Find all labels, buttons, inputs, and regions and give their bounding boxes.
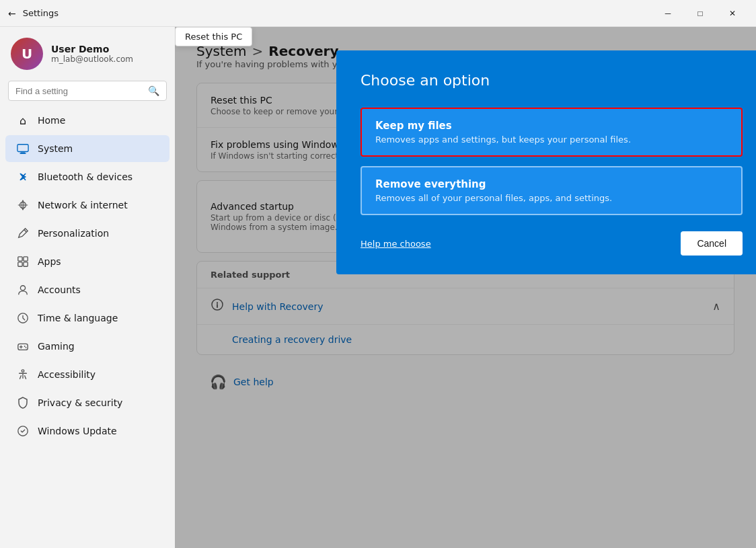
sidebar-item-network[interactable]: Network & internet [5,192,169,219]
sidebar-item-label-personalization: Personalization [38,228,109,239]
close-button[interactable]: ✕ [717,3,748,24]
home-icon: ⌂ [16,114,30,127]
apps-icon [16,255,30,268]
keep-files-title: Keep my files [375,120,728,132]
svg-rect-4 [24,257,28,261]
search-icon: 🔍 [148,85,159,96]
remove-everything-desc: Removes all of your personal files, apps… [375,193,728,203]
sidebar-item-label-privacy: Privacy & security [38,397,122,408]
sidebar-item-label-network: Network & internet [38,200,128,210]
sidebar-item-accounts[interactable]: Accounts [5,276,169,303]
time-icon [16,311,30,325]
privacy-icon [16,396,30,409]
search-input[interactable] [15,86,143,96]
user-email: m_lab@outlook.com [51,54,133,64]
svg-rect-0 [17,145,28,152]
sidebar-item-personalization[interactable]: Personalization [5,220,169,247]
dropdown-tooltip: Reset this PC [175,27,252,46]
windows-update-icon [16,424,30,438]
avatar-image: U [11,38,43,70]
accounts-icon [16,283,30,297]
app-body: U User Demo m_lab@outlook.com 🔍 ⌂ Home [0,27,756,548]
search-box[interactable]: 🔍 [8,81,167,101]
svg-point-10 [24,346,26,347]
remove-everything-button[interactable]: Remove everything Removes all of your pe… [361,166,743,215]
user-info: User Demo m_lab@outlook.com [51,44,133,64]
overlay: Reset this PC Choose an option Keep my f… [175,27,756,548]
sidebar-item-label-bluetooth: Bluetooth & devices [38,171,133,182]
sidebar-item-windows-update[interactable]: Windows Update [5,418,169,444]
dialog-footer: Help me choose Cancel [361,231,743,256]
remove-everything-title: Remove everything [375,178,728,190]
sidebar: U User Demo m_lab@outlook.com 🔍 ⌂ Home [0,27,175,548]
accessibility-icon [16,368,30,381]
svg-rect-5 [18,262,22,266]
titlebar-title: Settings [23,8,59,18]
titlebar-controls: ─ □ ✕ [652,3,748,24]
titlebar: ← Settings ─ □ ✕ [0,0,756,27]
keep-files-desc: Removes apps and settings, but keeps you… [375,134,728,145]
sidebar-item-system[interactable]: System [5,135,169,162]
dialog-title: Choose an option [361,72,743,89]
sidebar-item-label-accounts: Accounts [38,284,81,295]
network-icon [16,198,30,212]
user-profile: U User Demo m_lab@outlook.com [0,27,175,78]
svg-point-12 [22,370,24,373]
gaming-icon [16,340,30,353]
back-button[interactable]: ← [8,8,16,19]
sidebar-item-time[interactable]: Time & language [5,305,169,331]
keep-files-button[interactable]: Keep my files Removes apps and settings,… [361,108,743,157]
avatar: U [11,38,43,70]
sidebar-item-label-accessibility: Accessibility [38,369,96,380]
sidebar-item-accessibility[interactable]: Accessibility [5,361,169,388]
svg-rect-6 [24,262,28,266]
sidebar-item-gaming[interactable]: Gaming [5,333,169,360]
svg-point-11 [26,347,27,348]
personalization-icon [16,227,30,240]
user-name: User Demo [51,44,133,54]
sidebar-item-label-system: System [38,143,73,154]
minimize-button[interactable]: ─ [652,3,683,24]
sidebar-item-label-windows-update: Windows Update [38,426,117,436]
sidebar-item-apps[interactable]: Apps [5,248,169,275]
cancel-button[interactable]: Cancel [681,231,743,256]
svg-point-7 [20,286,25,290]
sidebar-item-bluetooth[interactable]: Bluetooth & devices [5,163,169,190]
main-content: System > Recovery If you're having probl… [175,27,756,548]
bluetooth-icon [16,170,30,184]
maximize-button[interactable]: □ [685,3,716,24]
svg-rect-3 [18,257,22,261]
titlebar-left: ← Settings [8,8,59,19]
sidebar-item-label-home: Home [38,115,65,126]
sidebar-item-label-apps: Apps [38,256,61,267]
system-icon [16,142,30,155]
sidebar-item-label-gaming: Gaming [38,341,75,352]
sidebar-item-privacy[interactable]: Privacy & security [5,389,169,416]
sidebar-item-label-time: Time & language [38,313,118,323]
sidebar-item-home[interactable]: ⌂ Home [5,107,169,134]
reset-dialog: Choose an option Keep my files Removes a… [336,50,756,274]
help-me-choose-link[interactable]: Help me choose [361,239,431,249]
